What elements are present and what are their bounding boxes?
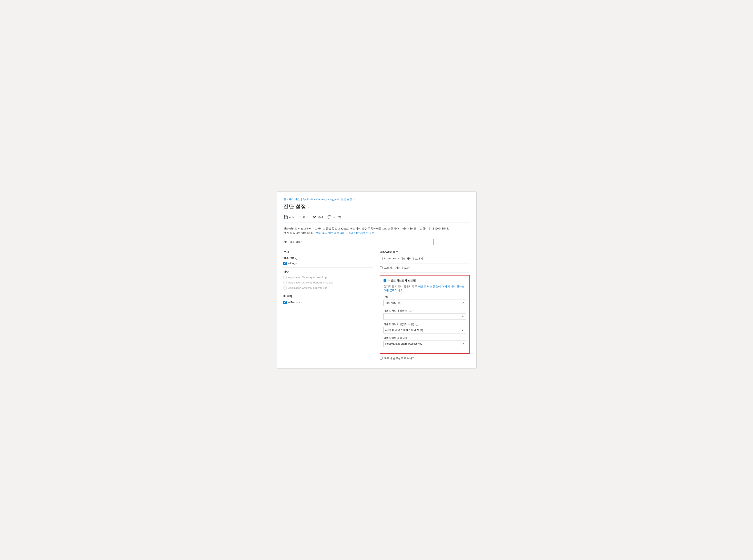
feedback-button[interactable]: 💬 피드백 [327, 214, 341, 220]
cat3-row: Application Gateway Firewall Log [283, 286, 373, 289]
storage-label: 스토리지 계정에 보관 [384, 266, 410, 269]
left-column: 로그 범주 그룹 i allLogs 범주 Application Gatewa… [283, 250, 373, 306]
form-name-input[interactable] [311, 239, 434, 245]
breadcrumb: 홈 > 부하 분산 | Application Gateway > ag_tes… [283, 197, 470, 201]
allLogs-label: allLogs [288, 262, 297, 265]
allLogs-row: allLogs [283, 262, 373, 265]
cat3-checkbox[interactable] [283, 286, 286, 289]
partner-checkbox[interactable] [380, 357, 382, 360]
namespace-required: * [413, 309, 414, 312]
allMetrics-row: AllMetrics [283, 301, 373, 304]
subscription-dropdown[interactable]: 종량제(S.Pin) [383, 300, 466, 306]
breadcrumb-sep1: > [287, 198, 289, 201]
cat3-label: Application Gateway Firewall Log [288, 286, 328, 289]
event-hub-label: 이벤트 허브로의 스트림 [388, 279, 416, 282]
event-hub-description: 잠재적인 파트너 통합의 경우 이벤트 허브 통합에 대해 자세히 알아보려면 … [383, 284, 466, 293]
partner-label: 파트너 솔루션으로 보내기 [384, 357, 415, 360]
right-column: 대상 세부 정보 Log Analytics 작업 영역에 보내기 스토리지 계… [380, 250, 470, 360]
policy-dropdown-wrapper: RootManageSharedAccessKey [383, 341, 466, 347]
allLogs-checkbox[interactable] [283, 262, 286, 265]
description-link[interactable]: 여러 로그 범주와 로그의 내용에 대한 자세한 정보 [316, 231, 374, 234]
breadcrumb-sep3: > [353, 198, 355, 201]
breadcrumb-level2[interactable]: ag_test | 진단 설정 [330, 197, 352, 201]
page-title-ellipsis: ... [308, 204, 312, 209]
hub-name-label: 이벤트 허브 이름(선택 사항) i [383, 323, 466, 326]
form-name-required: * [301, 240, 302, 243]
form-name-label: 진단 설정 이름 * [283, 240, 308, 244]
page-title: 진단 설정 ... [283, 203, 470, 210]
subscription-label: 구독 [383, 295, 466, 299]
cat2-row: Application Gateway Performance Log [283, 281, 373, 284]
hub-name-info-icon[interactable]: i [416, 323, 418, 326]
metrics-section: 메트릭 AllMetrics [283, 295, 373, 304]
log-analytics-label: Log Analytics 작업 영역에 보내기 [384, 257, 423, 260]
main-window: 홈 > 부하 분산 | Application Gateway > ag_tes… [277, 192, 477, 368]
delete-label: 삭제 [317, 215, 323, 219]
delete-button[interactable]: 🗑 삭제 [313, 215, 323, 220]
two-col-layout: 로그 범주 그룹 i allLogs 범주 Application Gatewa… [283, 250, 470, 360]
event-hub-checkbox[interactable] [383, 279, 386, 282]
hub-name-field: 이벤트 허브 이름(선택 사항) i (선택한 네임스페이스에서 생성) [383, 323, 466, 334]
namespace-field: 이벤트 허브 네임스페이스 * [383, 309, 466, 320]
breadcrumb-home[interactable]: 홈 [283, 197, 286, 201]
save-button[interactable]: 💾 저장 [283, 214, 295, 220]
allMetrics-checkbox[interactable] [283, 301, 286, 304]
namespace-label: 이벤트 허브 네임스페이스 * [383, 309, 466, 313]
allMetrics-label: AllMetrics [288, 301, 300, 304]
category-title: 범주 [283, 270, 373, 274]
cat1-row: Application Gateway Access Log [283, 276, 373, 279]
subscription-field: 구독 종량제(S.Pin) [383, 295, 466, 306]
partner-row: 파트너 솔루션으로 보내기 [380, 357, 470, 360]
hub-name-dropdown[interactable]: (선택한 네임스페이스에서 생성) [383, 327, 466, 334]
feedback-icon: 💬 [328, 215, 332, 219]
policy-dropdown[interactable]: RootManageSharedAccessKey [383, 341, 466, 347]
policy-field: 이벤트 허브 정책 이름 RootManageSharedAccessKey [383, 336, 466, 347]
policy-label: 이벤트 허브 정책 이름 [383, 336, 466, 340]
page-title-text: 진단 설정 [283, 203, 306, 210]
event-hub-box: 이벤트 허브로의 스트림 잠재적인 파트너 통합의 경우 이벤트 허브 통합에 … [380, 275, 470, 354]
breadcrumb-sep2: > [328, 198, 329, 201]
form-name-row: 진단 설정 이름 * [283, 239, 470, 245]
description-text: 진단 설정은 리소스에서 수집하려는 플랫폼 로그 및/또는 메트릭의 범주 목… [283, 226, 451, 235]
feedback-label: 피드백 [333, 215, 341, 219]
toolbar: 💾 저장 ✕ 취소 🗑 삭제 💬 피드백 [283, 214, 470, 222]
storage-checkbox[interactable] [380, 266, 382, 269]
right-section-title: 대상 세부 정보 [380, 250, 470, 254]
category-group-info-icon[interactable]: i [295, 257, 298, 260]
log-section-title: 로그 [283, 250, 373, 254]
cat2-label: Application Gateway Performance Log [288, 281, 334, 284]
subscription-dropdown-wrapper: 종량제(S.Pin) [383, 300, 466, 306]
namespace-dropdown-wrapper [383, 313, 466, 320]
storage-row: 스토리지 계정에 보관 [380, 266, 470, 269]
delete-icon: 🗑 [313, 215, 316, 219]
cat1-checkbox[interactable] [283, 276, 286, 279]
cancel-label: 취소 [303, 215, 309, 219]
cancel-icon: ✕ [299, 215, 302, 219]
category-group-subsection: 범주 그룹 i [283, 256, 373, 260]
breadcrumb-level1[interactable]: 부하 분산 | Application Gateway [289, 197, 327, 201]
event-hub-header: 이벤트 허브로의 스트림 [383, 279, 466, 282]
namespace-dropdown[interactable] [383, 313, 466, 320]
metrics-section-title: 메트릭 [283, 295, 373, 298]
cat2-checkbox[interactable] [283, 281, 286, 284]
save-icon: 💾 [284, 215, 288, 219]
save-label: 저장 [289, 215, 295, 219]
log-analytics-checkbox[interactable] [380, 257, 382, 260]
log-analytics-row: Log Analytics 작업 영역에 보내기 [380, 257, 470, 260]
hub-name-dropdown-wrapper: (선택한 네임스페이스에서 생성) [383, 327, 466, 334]
category-section: 범주 Application Gateway Access Log Applic… [283, 270, 373, 289]
cancel-button[interactable]: ✕ 취소 [299, 214, 309, 220]
cat1-label: Application Gateway Access Log [288, 276, 327, 279]
